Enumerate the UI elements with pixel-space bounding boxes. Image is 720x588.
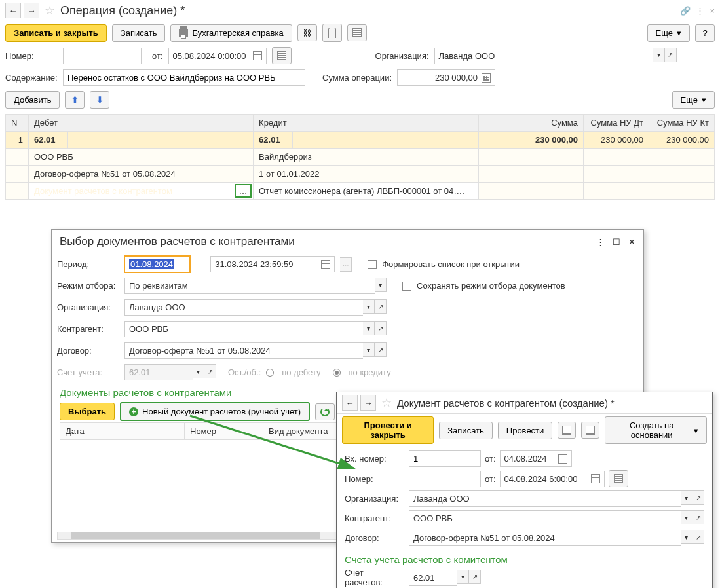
scrollbar-thumb[interactable] — [71, 532, 320, 539]
back-button[interactable]: ← — [5, 3, 21, 18]
m2-list2-button[interactable] — [581, 422, 599, 439]
list-icon — [562, 426, 571, 435]
org-input[interactable]: Лаванда ООО — [434, 48, 653, 64]
number-input[interactable] — [63, 48, 142, 64]
table-row[interactable]: 1 62.01 62.01 230 000,00 230 000,00 230 … — [6, 132, 715, 149]
dlg-org-label: Организация: — [57, 303, 119, 312]
dlg-org-dropdown[interactable]: ▾ — [363, 299, 375, 314]
m2-forward-button[interactable]: → — [360, 395, 376, 411]
m2-innum-input[interactable] — [409, 450, 481, 467]
new-doc-dialog: ← → ☆ Документ расчетов с контрагентом (… — [336, 392, 713, 588]
org-open-button[interactable]: ↗ — [665, 48, 677, 62]
table-row[interactable]: Документ расчетов с контрагентом … Отчет… — [6, 183, 715, 200]
dialog-maximize-icon[interactable]: ☐ — [613, 237, 620, 247]
calendar-icon[interactable] — [558, 454, 567, 464]
m2-dog-input[interactable]: Договор-оферта №51 от 05.08.2024 — [409, 530, 681, 546]
new-doc-button[interactable]: + Новый документ расчетов (ручной учет) — [120, 402, 310, 421]
m2-kontr-input[interactable]: ООО РВБ — [409, 510, 681, 526]
m2-acc-input[interactable]: 62.01 — [409, 570, 457, 586]
mode-input[interactable]: По реквизитам — [124, 278, 375, 294]
more-button[interactable]: Еще ▾ — [647, 24, 690, 42]
table-row[interactable]: Договор-оферта №51 от 05.08.2024 1 от 01… — [6, 166, 715, 183]
move-up-button[interactable]: ⬆ — [65, 91, 85, 109]
tree-button[interactable]: ⛓ — [297, 24, 317, 41]
refresh-button[interactable] — [315, 403, 335, 420]
col-credit: Кредит — [254, 115, 479, 132]
grid-more-button[interactable]: Еще ▾ — [672, 91, 715, 109]
m2-post-button[interactable]: Провести — [498, 422, 553, 439]
link-icon[interactable]: 🔗 — [680, 6, 691, 16]
dlg-acc-open: ↗ — [204, 364, 216, 378]
col-number: Номер — [185, 423, 263, 440]
m2-org-dropdown[interactable]: ▾ — [681, 490, 692, 505]
m2-back-button[interactable]: ← — [342, 395, 358, 411]
dlg-org-input[interactable]: Лаванда ООО — [124, 299, 363, 316]
calendar-icon[interactable] — [591, 474, 600, 483]
m2-kontr-dropdown[interactable]: ▾ — [681, 510, 692, 524]
select-button[interactable]: Выбрать — [60, 403, 115, 420]
printer-icon — [179, 29, 188, 37]
date-input[interactable]: 05.08.2024 0:00:00 — [168, 48, 267, 64]
m2-kontr-open[interactable]: ↗ — [692, 510, 704, 524]
content-input[interactable] — [63, 69, 305, 86]
from-label: от: — [152, 51, 163, 61]
dlg-dog-open[interactable]: ↗ — [375, 342, 387, 357]
m2-dog-open[interactable]: ↗ — [692, 530, 704, 544]
m2-numdate-input[interactable]: 04.08.2024 6:00:00 — [500, 471, 605, 487]
m2-acc-open[interactable]: ↗ — [469, 570, 481, 584]
calculator-icon[interactable] — [482, 73, 491, 83]
m2-list1-button[interactable] — [558, 422, 576, 439]
save-button[interactable]: Записать — [112, 24, 166, 42]
dlg-kontr-input[interactable]: ООО РВБ — [124, 321, 363, 337]
dialog-close-icon[interactable]: ✕ — [628, 237, 635, 247]
mode-dropdown-button[interactable]: ▾ — [375, 278, 387, 292]
close-icon[interactable]: × — [710, 6, 715, 16]
dlg-dog-dropdown[interactable]: ▾ — [363, 342, 375, 357]
calendar-icon[interactable] — [253, 51, 262, 60]
col-sum: Сумма — [479, 115, 584, 132]
m2-org-open[interactable]: ↗ — [692, 490, 704, 505]
menu-icon[interactable]: ⋮ — [696, 6, 704, 16]
dlg-acc-label: Счет учета: — [57, 367, 119, 377]
dlg-org-open[interactable]: ↗ — [375, 299, 387, 314]
ellipsis-button[interactable]: … — [235, 184, 252, 198]
add-button[interactable]: Добавить — [5, 91, 60, 109]
dlg-dog-input[interactable]: Договор-оферта №51 от 05.08.2024 — [124, 342, 363, 359]
m2-indate-input[interactable]: 04.08.2024 — [500, 450, 572, 467]
m2-post-close-button[interactable]: Провести и закрыть — [342, 416, 434, 444]
m2-save-button[interactable]: Записать — [439, 422, 493, 439]
star-icon[interactable]: ☆ — [45, 3, 55, 18]
m2-list-button[interactable] — [609, 470, 628, 487]
table-row[interactable]: ООО РВБ Вайлдберриз — [6, 149, 715, 166]
dlg-kontr-dropdown[interactable]: ▾ — [363, 321, 375, 335]
list-button[interactable] — [347, 24, 367, 41]
keep-mode-checkbox[interactable] — [402, 282, 411, 291]
sum-input[interactable]: 230 000,00 — [397, 69, 495, 86]
row-number: Номер: от: 05.08.2024 0:00:00 Организаци… — [0, 45, 720, 67]
m2-num-input[interactable] — [409, 471, 481, 487]
calendar-icon[interactable] — [321, 260, 330, 269]
date-list-button[interactable] — [272, 47, 292, 64]
forward-button[interactable]: → — [24, 3, 39, 18]
m2-create-base-button[interactable]: Создать на основании ▾ — [605, 416, 707, 444]
dialog-menu-icon[interactable]: ⋮ — [596, 237, 605, 247]
save-close-button[interactable]: Записать и закрыть — [5, 24, 107, 42]
date-to-input[interactable]: 31.08.2024 23:59:59 — [210, 256, 335, 272]
m2-org-input[interactable]: Лаванда ООО — [409, 490, 681, 507]
sum-label: Сумма операции: — [322, 73, 392, 83]
attach-button[interactable] — [322, 24, 342, 42]
form-list-checkbox[interactable] — [368, 260, 377, 269]
help-button[interactable]: ? — [695, 24, 715, 42]
m2-acc-dropdown[interactable]: ▾ — [457, 570, 469, 584]
org-dropdown-button[interactable]: ▾ — [653, 48, 665, 62]
arrow-down-icon: ⬇ — [96, 95, 104, 105]
dlg-kontr-open[interactable]: ↗ — [375, 321, 387, 335]
print-ref-button[interactable]: Бухгалтерская справка — [170, 24, 292, 42]
move-down-button[interactable]: ⬇ — [90, 91, 109, 109]
period-ellipsis[interactable]: … — [340, 257, 352, 272]
m2-dog-dropdown[interactable]: ▾ — [681, 530, 692, 544]
m2-star-icon[interactable]: ☆ — [381, 395, 392, 410]
m2-dog-label: Договор: — [345, 533, 404, 543]
date-from-input[interactable]: 01.08.2024 — [124, 256, 190, 272]
m2-acc-label: Счет расчетов: — [345, 568, 404, 587]
